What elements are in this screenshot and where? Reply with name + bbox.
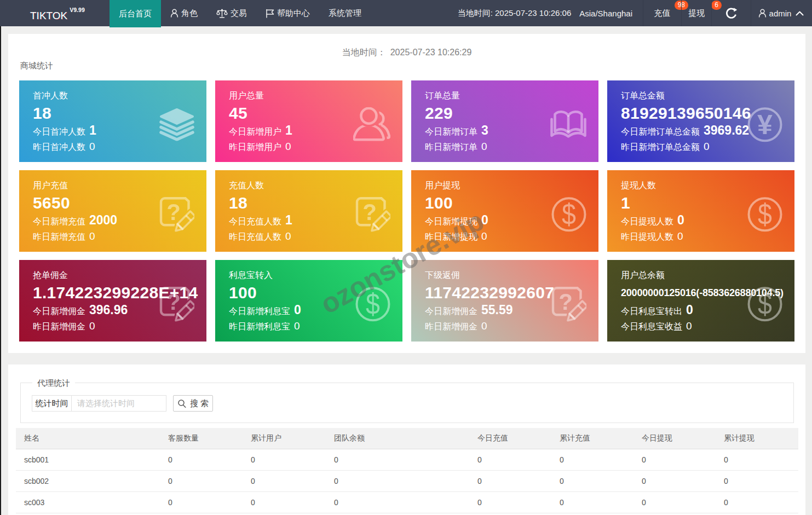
svg-text:¥: ¥ xyxy=(757,109,773,140)
